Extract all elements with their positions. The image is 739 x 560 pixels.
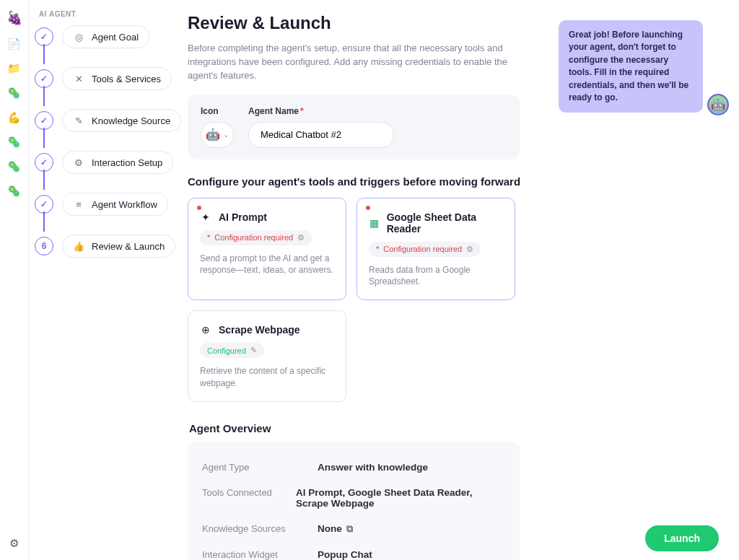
step-tools-services[interactable]: ✓ ✕Tools & Services	[35, 67, 185, 90]
target-icon: ◎	[73, 31, 84, 43]
rail-item-6-icon[interactable]: 🦠	[8, 160, 21, 173]
overview-value: Popup Chat	[318, 549, 372, 560]
tool-title: Google Sheet Data Reader	[387, 211, 503, 235]
list-icon: ≡	[73, 198, 84, 210]
wrench-icon: ✕	[73, 73, 84, 84]
tool-desc: Send a prompt to the AI and get a respon…	[200, 253, 334, 277]
stepper-section-label: AI AGENT	[39, 10, 185, 18]
step-review-launch[interactable]: 6 👍Review & Launch	[35, 235, 185, 258]
tool-desc: Retrieve the content of a specific webpa…	[200, 365, 334, 390]
overview-value: AI Prompt, Google Sheet Data Reader, Scr…	[296, 487, 505, 509]
step-check-icon: ✓	[35, 111, 53, 130]
overview-value: None⧉	[318, 523, 353, 535]
agent-name-input[interactable]	[248, 122, 394, 148]
pencil-icon: ✎	[250, 346, 257, 355]
step-label: Agent Workflow	[92, 199, 157, 210]
tool-card-ai-prompt[interactable]: ✦ AI Prompt Configuration required⚙ Send…	[188, 198, 346, 301]
step-check-icon: ✓	[35, 195, 53, 214]
step-interaction-setup[interactable]: ✓ ⚙Interaction Setup	[35, 151, 185, 174]
step-label: Agent Goal	[92, 32, 139, 43]
gear-icon: ⚙	[466, 245, 473, 254]
icon-label: Icon	[201, 106, 234, 116]
left-rail: 🍇 📄 📁 🦠 💪 🦠 🦠 🦠 ⚙	[0, 0, 29, 560]
status-badge-config-required: Configuration required⚙	[369, 242, 481, 257]
step-check-icon: ✓	[35, 153, 53, 172]
step-label: Tools & Services	[92, 74, 161, 84]
wizard-stepper: AI AGENT ✓ ◎Agent Goal ✓ ✕Tools & Servic…	[29, 0, 188, 560]
assistant-avatar-icon[interactable]: 🤖	[707, 94, 729, 115]
rail-item-5-icon[interactable]: 🦠	[8, 136, 21, 149]
overview-key: Interaction Widget	[202, 549, 318, 560]
agent-identity-panel: Icon 🤖 ⌄ Agent Name*	[188, 95, 520, 159]
attention-dot-icon	[366, 206, 370, 210]
agent-name-label: Agent Name*	[248, 106, 507, 116]
rail-settings-icon[interactable]: ⚙	[8, 537, 21, 550]
globe-icon: ⊕	[200, 324, 211, 336]
overview-key: Agent Type	[202, 462, 318, 473]
step-agent-goal[interactable]: ✓ ◎Agent Goal	[35, 25, 185, 48]
agent-icon-selector[interactable]: 🤖 ⌄	[201, 122, 234, 148]
step-knowledge-source[interactable]: ✓ ✎Knowledge Source	[35, 109, 185, 132]
step-label: Review & Launch	[92, 241, 165, 252]
step-label: Interaction Setup	[92, 157, 162, 168]
step-agent-workflow[interactable]: ✓ ≡Agent Workflow	[35, 193, 185, 216]
chevron-down-icon: ⌄	[223, 131, 229, 139]
assistant-toast: Great job! Before launching your agent, …	[559, 20, 703, 113]
page-lead: Before completing the agent's setup, ens…	[188, 42, 520, 83]
step-number: 6	[35, 237, 53, 255]
step-check-icon: ✓	[35, 27, 53, 46]
rail-doc-icon[interactable]: 📄	[8, 38, 21, 51]
spreadsheet-icon: ▦	[369, 217, 380, 229]
tools-heading: Configure your agent's tools and trigger…	[188, 175, 723, 188]
attention-dot-icon	[197, 206, 201, 210]
logo-grape-icon: 🍇	[6, 10, 22, 26]
agent-icon-preview: 🤖	[206, 128, 220, 141]
tool-card-google-sheet[interactable]: ▦ Google Sheet Data Reader Configuration…	[357, 198, 515, 301]
rail-item-3-icon[interactable]: 🦠	[8, 87, 21, 100]
rail-item-4-icon[interactable]: 💪	[8, 111, 21, 124]
tool-title: AI Prompt	[219, 211, 267, 223]
thumbs-up-icon: 👍	[73, 240, 84, 252]
overview-value: Answer with knowledge	[318, 462, 428, 473]
overview-heading: Agent Overview	[189, 422, 723, 434]
overview-key: Tools Connected	[202, 487, 296, 509]
overview-key: Knowledge Sources	[202, 523, 318, 535]
assistant-toast-wrap: Great job! Before launching your agent, …	[559, 20, 729, 113]
gear-icon: ⚙	[297, 233, 305, 242]
step-label: Knowledge Source	[92, 115, 170, 126]
main-content: Review & Launch Before completing the ag…	[188, 0, 739, 560]
status-badge-configured: Configured✎	[200, 343, 264, 358]
tool-title: Scrape Webpage	[219, 324, 300, 336]
book-icon: ✎	[73, 115, 84, 126]
stack-icon: ⧉	[346, 523, 353, 535]
tool-card-scrape-webpage[interactable]: ⊕ Scrape Webpage Configured✎ Retrieve th…	[188, 310, 346, 402]
status-badge-config-required: Configuration required⚙	[200, 230, 312, 245]
agent-overview-panel: Agent TypeAnswer with knowledge Tools Co…	[188, 442, 520, 560]
gear-icon: ⚙	[73, 157, 84, 168]
sparkle-icon: ✦	[200, 211, 211, 223]
step-check-icon: ✓	[35, 69, 53, 88]
tool-desc: Reads data from a Google Spreadsheet.	[369, 264, 503, 289]
launch-button[interactable]: Launch	[645, 525, 719, 551]
rail-folder-icon[interactable]: 📁	[8, 62, 21, 75]
rail-item-7-icon[interactable]: 🦠	[8, 185, 21, 198]
